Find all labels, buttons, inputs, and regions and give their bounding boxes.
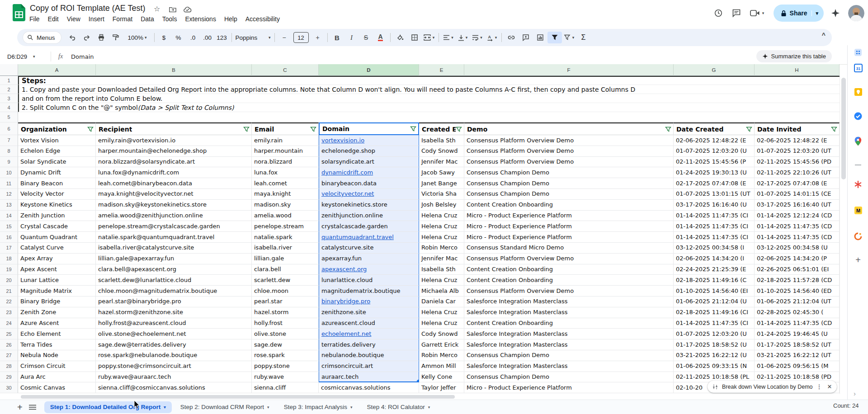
fill-color-icon[interactable] (393, 32, 407, 43)
cell-D18[interactable]: apexarray.fun (319, 254, 419, 264)
cell-H26[interactable]: 01-17-2025 18:58:52 (UT (755, 339, 840, 350)
cell-F27[interactable]: Consensus Champion Demo (464, 350, 674, 361)
cell-C29[interactable]: ruby.wave (252, 372, 319, 383)
cell-A8[interactable]: Echelon Edge (18, 146, 96, 157)
cell-D16[interactable]: quantumquadrant.travel (319, 232, 419, 243)
menus-search-button[interactable]: Menus (23, 31, 61, 44)
cell-C12[interactable]: maya.knight (252, 189, 319, 200)
cell-G17[interactable]: 03-12-2025 00:34:58 (I (674, 243, 755, 254)
cell-H17[interactable]: 03-12-2025 00:34:58 (U (755, 243, 840, 254)
cell-F24[interactable]: Content Creation Onboarding (464, 318, 674, 329)
cell-B12[interactable]: maya.knight@velocityvector.net (96, 189, 252, 200)
column-header-G[interactable]: G (674, 64, 755, 76)
cell-B25[interactable]: olive.stone@echoelement.net (96, 329, 252, 339)
cell-D11[interactable]: binarybeacon.data (319, 178, 419, 189)
cell-D8[interactable]: echelonedge.shop (319, 146, 419, 157)
font-size-input[interactable]: 12 (293, 32, 309, 43)
cell-B24[interactable]: holly.frost@azureascent.cloud (96, 318, 252, 329)
insert-chart-icon[interactable] (533, 32, 547, 43)
row-header-5[interactable]: 5 (0, 112, 18, 122)
cell-D20[interactable]: lunarlattice.cloud (319, 275, 419, 286)
table-header-date-invited[interactable]: Date Invited (755, 122, 840, 135)
undo-button[interactable] (65, 32, 80, 43)
horizontal-align-icon[interactable]: ▾ (441, 32, 456, 43)
addon-asterisk-icon[interactable] (854, 180, 863, 189)
cell-F7[interactable]: Consensus Platform Overview Demo (464, 135, 674, 146)
cell-H23[interactable]: 02-28-2025 02:45:30 ( (755, 307, 840, 318)
tasks-icon[interactable] (854, 112, 863, 121)
row-header-30[interactable]: 30 (0, 382, 18, 393)
horizontal-scrollbar[interactable] (0, 394, 840, 400)
status-count-badge[interactable]: Count: 24 (833, 402, 859, 409)
cell-A29[interactable]: Aura Arc (18, 372, 96, 383)
cell-E30[interactable]: Taylor Jeffer (419, 382, 464, 393)
cell-D7[interactable]: vortexvision.io (319, 135, 419, 146)
cell-B23[interactable]: hazel.storm@zenithzone.site (96, 307, 252, 318)
cell-G27[interactable]: 03-21-2025 16:22:12 (U (674, 350, 755, 361)
document-title[interactable]: Copy of ROI Template (AE Test) (30, 4, 145, 13)
miro-icon[interactable]: M (854, 206, 863, 215)
cell-E24[interactable]: Helena Cruz (419, 318, 464, 329)
cell-B10[interactable]: luna.fox@dynamicdrift.com (96, 167, 252, 178)
column-header-E[interactable]: E (419, 64, 464, 76)
row-header-19[interactable]: 19 (0, 264, 18, 275)
cell-C19[interactable]: clara.bell (252, 264, 319, 275)
cell-G20[interactable]: 02-18-2025 11:49:16 (C (674, 275, 755, 286)
filter-icon[interactable] (310, 127, 316, 132)
cell-B16[interactable]: natalie.spark@quantumquadrant.travel (96, 232, 252, 243)
cell-E22[interactable]: Daniela Car (419, 296, 464, 307)
print-icon[interactable] (94, 32, 108, 43)
cell-G21[interactable]: 01-10-2025 14:56:40 (EI (674, 286, 755, 296)
cell-B19[interactable]: clara.bell@apexascent.org (96, 264, 252, 275)
tooltip-close-icon[interactable]: ✕ (826, 383, 834, 390)
cell-H24[interactable]: 01-14-2025 11:47:35 (CD (755, 318, 840, 329)
increase-font-size-button[interactable]: + (311, 32, 325, 43)
cell-A11[interactable]: Binary Beacon (18, 178, 96, 189)
merge-cells-icon[interactable]: ▾ (422, 32, 436, 43)
cell-C27[interactable]: rose.spark (252, 350, 319, 361)
cell-D30[interactable]: cosmiccanvas.solutions (319, 382, 419, 393)
cell-B26[interactable]: sage.dew@terratides.delivery (96, 339, 252, 350)
table-header-organization[interactable]: Organization (18, 122, 96, 135)
cell-F9[interactable]: Consensus Platform Overview Demo (464, 157, 674, 168)
horizontal-scrollbar-thumb[interactable] (21, 395, 455, 399)
strikethrough-icon[interactable]: S (359, 32, 373, 43)
sheet-tab-caret[interactable]: ▾ (164, 405, 166, 409)
cell-A10[interactable]: Dynamic Drift (18, 167, 96, 178)
font-select[interactable]: Poppins▾ (234, 32, 272, 43)
row-header-28[interactable]: 28 (0, 361, 18, 372)
cell-C13[interactable]: madison.sky (252, 200, 319, 211)
text-wrap-icon[interactable]: ▾ (470, 32, 485, 43)
cell-G26[interactable]: 01-17-2025 18:58:52 (U (674, 339, 755, 350)
create-filter-button[interactable] (547, 32, 562, 43)
cell-E7[interactable]: Isabella Sth (419, 135, 464, 146)
cell-G15[interactable]: 01-14-2025 11:47:35 (CI (674, 221, 755, 232)
cell-B29[interactable]: ruby.wave@auraarc.tech (96, 372, 252, 383)
add-sheet-button[interactable]: + (17, 403, 23, 412)
filter-views-icon[interactable]: ▾ (562, 32, 576, 43)
cell-D14[interactable]: zenithjunction.online (319, 211, 419, 221)
cell-E15[interactable]: Helena Cruz (419, 221, 464, 232)
cell-G16[interactable]: 01-14-2025 11:47:35 (CI (674, 232, 755, 243)
sheet-tab-3[interactable]: Step 3: Impact Analysis▾ (278, 401, 359, 413)
steps-text-row-3[interactable]: and on from the report into Column E bel… (18, 94, 840, 103)
all-sheets-icon[interactable] (29, 405, 36, 410)
get-addons-plus-icon[interactable]: + (854, 255, 863, 264)
cell-E18[interactable]: Jennifer Mac (419, 254, 464, 264)
cell-B8[interactable]: harper.mountain@echelonedge.shop (96, 146, 252, 157)
cell-C22[interactable]: pearl.star (252, 296, 319, 307)
tooltip-more-icon[interactable]: ⋮ (816, 383, 822, 390)
cell-F21[interactable]: Consensus Platform Overview Demo (464, 286, 674, 296)
zoom-select[interactable]: 100%▾ (123, 32, 152, 43)
cell-G25[interactable]: 01-07-2025 12:03:20 (U (674, 329, 755, 339)
cell-E20[interactable]: Helena Cruz (419, 275, 464, 286)
cell-G22[interactable]: 01-06-2025 21:12:04 (U (674, 296, 755, 307)
sheet-tab-2[interactable]: Step 2: Download CRM Report▾ (175, 401, 275, 413)
menu-data[interactable]: Data (137, 14, 158, 24)
cell-D15[interactable]: crystalcascade.garden (319, 221, 419, 232)
cell-C28[interactable]: poppy.stone (252, 361, 319, 372)
cell-F15[interactable]: Micro - Product Experience Platform (464, 221, 674, 232)
cell-D21[interactable]: magnitudematrix.boutique (319, 286, 419, 296)
cloud-saved-icon[interactable] (184, 6, 192, 13)
menu-tools[interactable]: Tools (158, 14, 181, 24)
